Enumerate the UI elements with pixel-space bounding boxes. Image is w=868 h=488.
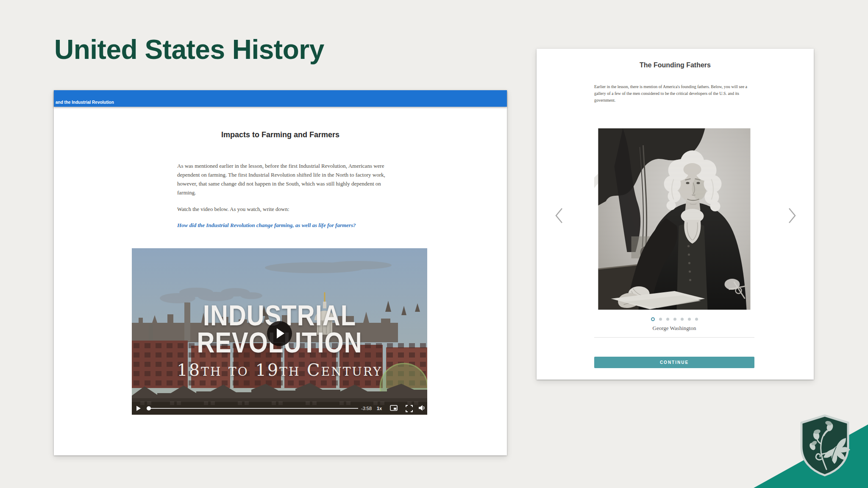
volume-button[interactable] <box>418 405 426 412</box>
play-button[interactable] <box>136 406 141 411</box>
playback-speed-button[interactable]: 1x <box>377 406 382 411</box>
gallery-intro-paragraph: Earlier in the lesson, there is mention … <box>594 83 756 104</box>
video-player: INDUSTRIAL REVOLUTION 18th to 19th Centu… <box>132 248 427 415</box>
continue-button[interactable]: CONTINUE <box>594 357 754 368</box>
slide-title: United States History <box>54 34 324 65</box>
lesson-panel: and the Industrial Revolution Impacts to… <box>54 90 507 455</box>
divider <box>594 337 754 338</box>
school-crest-logo <box>798 413 851 477</box>
carousel-dot-active[interactable] <box>651 317 655 321</box>
carousel-dot[interactable] <box>695 318 698 321</box>
shield-icon <box>798 413 851 477</box>
george-washington-portrait <box>594 125 754 313</box>
lesson-header-title: and the Industrial Revolution <box>56 100 114 105</box>
carousel-dot[interactable] <box>681 318 684 321</box>
pip-icon <box>390 405 398 411</box>
watch-instruction: Watch the video below. As you watch, wri… <box>177 205 389 214</box>
video-progress-bar[interactable] <box>150 408 358 409</box>
gallery-heading: The Founding Fathers <box>537 61 814 69</box>
guiding-question: How did the Industrial Revolution change… <box>177 221 389 230</box>
carousel-dot[interactable] <box>673 318 676 321</box>
gallery-panel: The Founding Fathers Earlier in the less… <box>537 49 814 380</box>
carousel-dot[interactable] <box>688 318 691 321</box>
video-play-button[interactable] <box>267 321 292 346</box>
carousel-next-button[interactable] <box>786 206 798 226</box>
carousel-dot[interactable] <box>666 318 669 321</box>
chevron-right-icon <box>787 207 797 225</box>
lesson-heading: Impacts to Farming and Farmers <box>54 130 507 139</box>
carousel-caption: George Washington <box>594 325 754 332</box>
lesson-intro-paragraph: As was mentioned earlier in the lesson, … <box>177 161 389 197</box>
pip-button[interactable] <box>390 405 398 412</box>
chevron-left-icon <box>554 207 564 225</box>
play-icon <box>277 328 284 338</box>
carousel-prev-button[interactable] <box>553 206 565 226</box>
slide-canvas: United States History and the Industrial… <box>0 0 868 488</box>
video-controls-bar: -3:58 1x <box>132 402 427 415</box>
fullscreen-icon <box>406 405 413 412</box>
volume-icon <box>418 405 426 411</box>
portrait-image <box>594 125 754 313</box>
carousel-dot[interactable] <box>659 318 662 321</box>
carousel-dots <box>594 317 754 321</box>
progress-handle[interactable] <box>147 406 151 410</box>
lesson-header-bar: and the Industrial Revolution <box>54 90 507 107</box>
time-remaining: -3:58 <box>361 406 372 411</box>
fullscreen-button[interactable] <box>406 405 413 413</box>
lesson-content: As was mentioned earlier in the lesson, … <box>177 161 389 230</box>
